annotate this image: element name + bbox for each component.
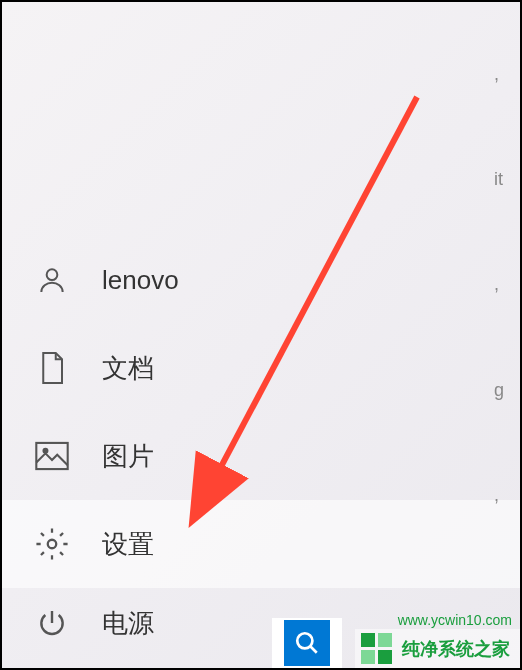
documents-item[interactable]: 文档 xyxy=(2,324,520,412)
watermark-url: www.ycwin10.com xyxy=(398,612,512,628)
menu-item-label: 图片 xyxy=(102,439,154,474)
user-icon xyxy=(32,260,72,300)
watermark-logo-icon xyxy=(361,633,392,664)
svg-line-7 xyxy=(310,646,317,653)
start-menu-left-rail: lenovo 文档 图片 设置 xyxy=(2,2,520,668)
pictures-icon xyxy=(32,436,72,476)
svg-rect-1 xyxy=(36,443,67,469)
svg-point-6 xyxy=(297,633,312,648)
menu-item-label: 设置 xyxy=(102,527,154,562)
watermark-text: 纯净系统之家 xyxy=(402,637,510,661)
user-account-item[interactable]: lenovo xyxy=(2,236,520,324)
svg-point-0 xyxy=(47,269,58,280)
document-icon xyxy=(32,348,72,388)
settings-item[interactable]: 设置 xyxy=(2,500,520,588)
search-button[interactable] xyxy=(284,620,330,666)
pictures-item[interactable]: 图片 xyxy=(2,412,520,500)
menu-item-label: 电源 xyxy=(102,606,154,641)
menu-item-label: 文档 xyxy=(102,351,154,386)
cropped-right-content: , it , g , xyxy=(494,2,514,668)
taskbar-search-area xyxy=(272,618,342,668)
svg-point-3 xyxy=(48,540,57,549)
gear-icon xyxy=(32,524,72,564)
power-icon xyxy=(32,603,72,643)
search-icon xyxy=(294,630,320,656)
menu-item-label: lenovo xyxy=(102,265,179,296)
svg-point-2 xyxy=(44,449,48,453)
watermark: 纯净系统之家 xyxy=(355,629,520,668)
